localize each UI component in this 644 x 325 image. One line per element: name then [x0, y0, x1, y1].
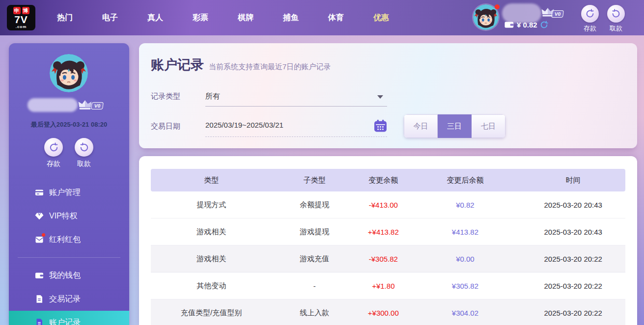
deposit-icon: [581, 5, 599, 23]
nav-item-3[interactable]: 彩票: [186, 13, 215, 23]
cell-change: -¥305.82: [357, 255, 409, 263]
nav-item-0[interactable]: 热门: [50, 13, 80, 23]
sidebar-withdraw-icon: [75, 138, 93, 157]
table-body: 提现方式余额提现-¥413.00¥0.822025-03-20 20:43游戏相…: [151, 191, 625, 325]
sidebar-item-label: 账户管理: [49, 188, 81, 198]
sidebar-withdraw-button[interactable]: 取款: [70, 138, 98, 168]
sidebar-withdraw-label: 取款: [70, 160, 98, 168]
quick-range-buttons: 今日三日七日: [404, 114, 505, 138]
record-type-value: 所有: [205, 92, 220, 101]
sidebar-item-0[interactable]: 账户管理: [9, 181, 129, 204]
nav-menu: 热门电子真人彩票棋牌捕鱼体育优惠: [50, 13, 412, 23]
logo-tld: .com: [16, 25, 27, 29]
table-row: 提现方式余额提现-¥413.00¥0.822025-03-20 20:43: [151, 191, 625, 218]
cell-time: 2025-03-20 20:43: [521, 228, 625, 236]
table-row: 游戏相关游戏充值-¥305.82¥0.002025-03-20 20:22: [151, 245, 625, 272]
wallet-balance: ¥ 0.82: [504, 21, 537, 29]
deposit-label: 存款: [576, 24, 604, 33]
sidebar-item-5[interactable]: 账户记录: [9, 311, 129, 325]
sidebar-item-1[interactable]: VIP特权: [9, 204, 129, 228]
red-packet-icon: [34, 235, 44, 244]
vip-diamond-icon: [34, 211, 44, 221]
sidebar-username-blurred: [28, 98, 78, 112]
sidebar-avatar[interactable]: [50, 54, 88, 92]
sidebar-item-label: 账户记录: [49, 318, 81, 325]
cell-change: -¥413.00: [357, 201, 409, 209]
sidebar-item-4[interactable]: 交易记录: [9, 287, 129, 311]
document-icon: [34, 294, 44, 304]
sidebar-divider: [18, 257, 120, 258]
table-header-row: 类型子类型变更余额变更后余额时间: [151, 169, 625, 191]
site-logo[interactable]: 申 博 7V .com: [7, 5, 35, 30]
sidebar-deposit-button[interactable]: 存款: [39, 138, 68, 168]
records-panel: 类型子类型变更余额变更后余额时间 提现方式余额提现-¥413.00¥0.8220…: [139, 156, 637, 325]
cell-subtype: 余额提现: [272, 200, 357, 210]
document-icon: [34, 318, 44, 325]
cell-subtype: -: [272, 282, 357, 290]
sidebar: V0 最后登入2025-03-21 08:20 存款 取款 账户管理VIP特权红…: [9, 43, 129, 325]
cell-change: +¥1.80: [357, 282, 409, 290]
table-row: 充值类型/充值型别线上入款+¥300.00¥304.022025-03-20 2…: [151, 299, 625, 325]
wallet-icon: [34, 271, 44, 280]
nav-item-5[interactable]: 捕鱼: [276, 13, 306, 23]
red-notification-dot: [42, 233, 45, 237]
nav-item-7[interactable]: 优惠: [366, 13, 396, 23]
cell-balance_after: ¥0.00: [409, 255, 521, 263]
cell-subtype: 游戏提现: [272, 227, 357, 237]
last-login-text: 最后登入2025-03-21 08:20: [9, 120, 129, 129]
cell-change: +¥413.82: [357, 228, 409, 236]
nav-item-2[interactable]: 真人: [140, 13, 170, 23]
refresh-balance-icon[interactable]: [540, 21, 548, 29]
sidebar-vip-crown-icon: [78, 99, 92, 111]
calendar-icon[interactable]: [374, 119, 387, 133]
date-range-input[interactable]: 2025/03/19~2025/03/21: [205, 115, 387, 137]
quick-range-0[interactable]: 今日: [404, 114, 438, 138]
logo-name: 7V: [14, 14, 28, 25]
cell-balance_after: ¥304.02: [409, 309, 521, 317]
chevron-down-icon: [377, 95, 383, 99]
quick-range-2[interactable]: 七日: [472, 114, 505, 138]
sidebar-item-label: 红利红包: [49, 235, 81, 245]
cell-time: 2025-03-20 20:22: [521, 282, 625, 290]
records-table: 类型子类型变更余额变更后余额时间 提现方式余额提现-¥413.00¥0.8220…: [151, 169, 625, 325]
column-header-1: 子类型: [272, 176, 357, 185]
top-navbar: 申 博 7V .com 热门电子真人彩票棋牌捕鱼体育优惠 V0 ¥ 0.82 存…: [0, 0, 644, 35]
filter-panel: 账户记录 当前系统支持查询最近7日的账户记录 记录类型 所有 交易日期 2025…: [139, 43, 637, 148]
wallet-icon: [504, 21, 514, 28]
column-header-3: 变更后余额: [409, 176, 521, 185]
withdraw-button[interactable]: 取款: [602, 5, 630, 33]
sidebar-item-2[interactable]: 红利红包: [9, 228, 129, 251]
sidebar-item-label: 我的钱包: [49, 271, 81, 281]
table-row: 游戏相关游戏提现+¥413.82¥413.822025-03-20 20:43: [151, 218, 625, 245]
notification-dot: [495, 4, 500, 9]
bank-card-icon: [34, 188, 44, 197]
sidebar-deposit-label: 存款: [39, 160, 68, 168]
quick-range-1[interactable]: 三日: [438, 114, 472, 138]
cell-type: 游戏相关: [151, 254, 272, 264]
withdraw-icon: [607, 5, 625, 23]
record-type-select[interactable]: 所有: [205, 86, 387, 107]
nav-item-1[interactable]: 电子: [95, 13, 125, 23]
column-header-4: 时间: [521, 176, 625, 185]
cell-subtype: 游戏充值: [272, 254, 357, 264]
balance-amount: ¥ 0.82: [517, 21, 537, 29]
table-row: 其他变动-+¥1.80¥305.822025-03-20 20:22: [151, 272, 625, 299]
sidebar-item-3[interactable]: 我的钱包: [9, 264, 129, 287]
logo-badge-left: 申: [13, 7, 21, 14]
nav-item-4[interactable]: 棋牌: [231, 13, 260, 23]
column-header-2: 变更余额: [357, 176, 409, 185]
sidebar-vip-level-badge: V0: [91, 102, 104, 109]
logo-badges: 申 博: [13, 7, 29, 14]
username-blurred: [502, 3, 541, 23]
sidebar-item-label: VIP特权: [49, 211, 78, 221]
page-subtitle: 当前系统支持查询最近7日的账户记录: [209, 62, 331, 72]
sidebar-menu: 账户管理VIP特权红利红包我的钱包交易记录账户记录: [9, 181, 129, 325]
nav-item-6[interactable]: 体育: [321, 13, 351, 23]
cell-time: 2025-03-20 20:43: [521, 201, 625, 209]
cell-time: 2025-03-20 20:22: [521, 255, 625, 263]
cell-type: 充值类型/充值型别: [151, 308, 272, 318]
sidebar-item-label: 交易记录: [49, 294, 81, 304]
deposit-button[interactable]: 存款: [576, 5, 604, 33]
cell-type: 游戏相关: [151, 227, 272, 237]
cell-type: 提现方式: [151, 200, 272, 210]
